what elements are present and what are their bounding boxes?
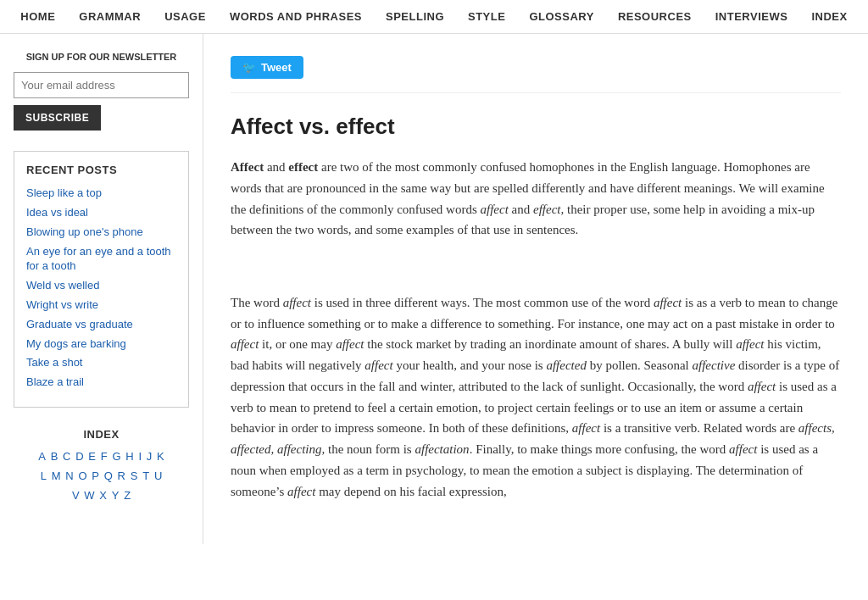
index-letter-K[interactable]: K xyxy=(157,450,164,463)
nav-item-home[interactable]: HOME xyxy=(8,0,67,33)
index-letter-Z[interactable]: Z xyxy=(124,489,131,502)
effect-bold: effect xyxy=(288,160,318,174)
nav-item-usage[interactable]: USAGE xyxy=(153,0,218,33)
article-paragraph-1: Affect and effect are two of the most co… xyxy=(231,157,841,241)
nav-item-spelling[interactable]: SPELLING xyxy=(374,0,456,33)
recent-post-link[interactable]: Blaze a trail xyxy=(26,375,176,390)
index-letter-S[interactable]: S xyxy=(131,469,138,482)
affect-italic-p2-1: affect xyxy=(283,296,311,309)
twitter-bird-icon: 🐦 xyxy=(242,61,256,74)
recent-post-link[interactable]: Take a shot xyxy=(26,356,176,370)
tweet-bar: 🐦 Tweet xyxy=(231,47,841,93)
index-letter-V[interactable]: V xyxy=(72,489,80,502)
sidebar: SIGN UP FOR OUR NEWSLETTER SUBSCRIBE REC… xyxy=(0,34,203,544)
tweet-label: Tweet xyxy=(261,61,292,74)
index-letter-J[interactable]: J xyxy=(147,450,153,463)
affectation-italic: affectation xyxy=(415,442,469,456)
nav-item-words-and-phrases[interactable]: WORDS AND PHRASES xyxy=(218,0,374,33)
newsletter-title: SIGN UP FOR OUR NEWSLETTER xyxy=(14,51,189,64)
index-letter-X[interactable]: X xyxy=(99,489,107,502)
nav-item-index[interactable]: INDEX xyxy=(799,0,859,33)
index-section: INDEX A B C D E F G H I J K L M N O P Q … xyxy=(14,428,189,503)
affect-italic-p2-2: affect xyxy=(654,296,682,309)
nav-item-glossary[interactable]: GLOSSARY xyxy=(517,0,605,33)
recent-posts-section: RECENT POSTS Sleep like a topIdea vs ide… xyxy=(14,151,189,408)
index-letter-Y[interactable]: Y xyxy=(112,489,120,502)
affect-italic-p2-5: affect xyxy=(736,337,764,351)
article-body: Affect and effect are two of the most co… xyxy=(231,157,841,502)
main-content: 🐦 Tweet Affect vs. effect Affect and eff… xyxy=(203,34,868,544)
nav-item-grammar[interactable]: GRAMMAR xyxy=(67,0,153,33)
affect-italic-p2-9: affect xyxy=(729,442,757,456)
nav-item-resources[interactable]: RESOURCES xyxy=(606,0,704,33)
index-letter-A[interactable]: A xyxy=(38,450,46,463)
article-paragraph-2: The word affect is used in three differe… xyxy=(231,292,841,503)
affect-italic-p2-8: affect xyxy=(572,421,600,435)
affect-bold: Affect xyxy=(231,160,264,174)
effect-italic-1: effect, xyxy=(533,203,564,216)
index-letter-R[interactable]: R xyxy=(118,469,125,482)
index-letter-D[interactable]: D xyxy=(75,450,83,463)
index-letter-M[interactable]: M xyxy=(52,469,61,482)
recent-post-link[interactable]: Idea vs ideal xyxy=(26,206,176,220)
main-navigation: HOMEGRAMMARUSAGEWORDS AND PHRASESSPELLIN… xyxy=(0,0,868,34)
index-letter-E[interactable]: E xyxy=(88,450,96,463)
index-row: A B C D E F G H I J K xyxy=(14,449,189,464)
affect-italic-p2-7: affect xyxy=(748,380,776,393)
affect-italic-p2-6: affect xyxy=(364,358,392,372)
index-letter-B[interactable]: B xyxy=(51,450,58,463)
subscribe-button[interactable]: SUBSCRIBE xyxy=(14,105,101,131)
index-row: L M N O P Q R S T U xyxy=(14,469,189,483)
index-row: V W X Y Z xyxy=(14,488,189,503)
affect-italic-p2-10: affect xyxy=(287,485,315,498)
index-letter-H[interactable]: H xyxy=(125,450,133,463)
index-letter-G[interactable]: G xyxy=(112,450,120,463)
email-input[interactable] xyxy=(14,72,189,98)
index-letter-Q[interactable]: Q xyxy=(104,469,113,482)
affective-italic: affective xyxy=(693,358,736,372)
article-title: Affect vs. effect xyxy=(231,114,841,140)
index-letter-T[interactable]: T xyxy=(142,469,149,482)
index-rows: A B C D E F G H I J K L M N O P Q R S T … xyxy=(14,449,189,503)
index-letter-I[interactable]: I xyxy=(138,450,142,463)
affect-italic-p2-4: affect xyxy=(336,337,364,351)
affect-italic-p2-3: affect xyxy=(231,337,259,351)
recent-post-link[interactable]: Blowing up one's phone xyxy=(26,225,176,240)
index-letter-O[interactable]: O xyxy=(78,469,86,482)
recent-post-link[interactable]: Wright vs write xyxy=(26,298,176,313)
affected-italic: affected xyxy=(546,358,586,372)
recent-post-link[interactable]: Graduate vs graduate xyxy=(26,318,176,332)
recent-posts-list: Sleep like a topIdea vs idealBlowing up … xyxy=(26,186,176,390)
index-letter-L[interactable]: L xyxy=(41,469,47,482)
nav-item-interviews[interactable]: INTERVIEWS xyxy=(704,0,800,33)
index-title: INDEX xyxy=(14,428,189,441)
affect-italic-1: affect xyxy=(481,203,509,216)
article-paragraph-spacer xyxy=(231,256,841,277)
recent-post-link[interactable]: Sleep like a top xyxy=(26,186,176,201)
recent-post-link[interactable]: An eye for an eye and a tooth for a toot… xyxy=(26,245,176,274)
nav-item-style[interactable]: STYLE xyxy=(456,0,517,33)
tweet-button[interactable]: 🐦 Tweet xyxy=(231,56,303,79)
index-letter-W[interactable]: W xyxy=(84,489,94,502)
recent-post-link[interactable]: Weld vs welled xyxy=(26,279,176,293)
index-letter-C[interactable]: C xyxy=(63,450,70,463)
recent-post-link[interactable]: My dogs are barking xyxy=(26,337,176,352)
index-letter-N[interactable]: N xyxy=(65,469,73,482)
recent-posts-title: RECENT POSTS xyxy=(26,164,176,176)
index-letter-F[interactable]: F xyxy=(101,450,108,463)
index-letter-P[interactable]: P xyxy=(92,469,99,482)
index-letter-U[interactable]: U xyxy=(154,469,162,482)
